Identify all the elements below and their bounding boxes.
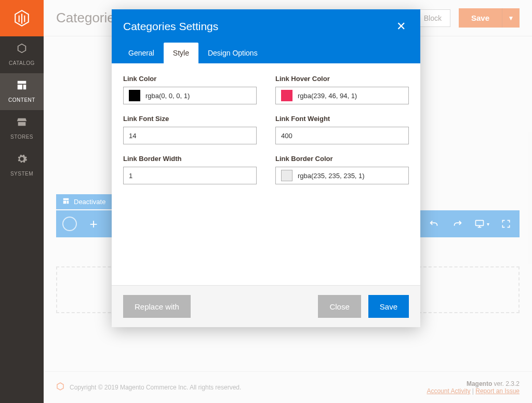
- sidebar-item-stores[interactable]: STORES: [0, 110, 44, 147]
- field-link-color: Link Color: [123, 75, 257, 104]
- store-icon: [0, 116, 44, 131]
- sidebar-item-system[interactable]: SYSTEM: [0, 147, 44, 184]
- tab-general[interactable]: General: [119, 43, 164, 63]
- magento-logo-icon: [13, 9, 31, 27]
- tab-design-options[interactable]: Design Options: [198, 43, 267, 63]
- field-label: Link Font Weight: [275, 115, 409, 123]
- link-color-value[interactable]: [145, 92, 251, 100]
- sidebar-item-label: CATALOG: [0, 60, 44, 66]
- layout-icon: [0, 79, 44, 94]
- color-input[interactable]: [275, 87, 409, 104]
- close-icon[interactable]: ✕: [393, 19, 409, 34]
- modal-title: Categories Settings: [123, 20, 393, 33]
- field-link-border-width: Link Border Width: [123, 155, 257, 184]
- sidebar-item-label: SYSTEM: [0, 171, 44, 177]
- sidebar-item-label: CONTENT: [0, 97, 44, 103]
- link-font-weight-value[interactable]: [281, 132, 403, 140]
- text-input[interactable]: [275, 127, 409, 144]
- sidebar-item-catalog[interactable]: CATALOG: [0, 36, 44, 73]
- link-hover-color-value[interactable]: [298, 92, 403, 100]
- magento-logo[interactable]: [0, 0, 44, 36]
- text-input[interactable]: [123, 167, 257, 184]
- replace-with-button[interactable]: Replace with: [123, 295, 191, 318]
- link-border-width-value[interactable]: [129, 172, 251, 180]
- sidebar-item-content[interactable]: CONTENT: [0, 73, 44, 110]
- color-input[interactable]: [275, 167, 409, 184]
- color-swatch[interactable]: [129, 90, 140, 101]
- text-input[interactable]: [123, 127, 257, 144]
- field-label: Link Color: [123, 75, 257, 83]
- field-label: Link Hover Color: [275, 75, 409, 83]
- admin-sidebar: CATALOG CONTENT STORES SYSTEM: [0, 0, 44, 403]
- field-label: Link Border Width: [123, 155, 257, 163]
- gear-icon: [0, 153, 44, 168]
- close-button[interactable]: Close: [318, 295, 361, 318]
- field-link-hover-color: Link Hover Color: [275, 75, 409, 104]
- field-label: Link Font Size: [123, 115, 257, 123]
- modal-body: Link Color Link Hover Color Link Font Si…: [112, 63, 420, 285]
- cube-icon: [0, 43, 44, 57]
- color-swatch[interactable]: [281, 170, 292, 181]
- field-link-border-color: Link Border Color: [275, 155, 409, 184]
- modal-header: Categories Settings ✕ General Style Desi…: [112, 9, 420, 63]
- color-input[interactable]: [123, 87, 257, 104]
- categories-settings-modal: Categories Settings ✕ General Style Desi…: [112, 9, 420, 327]
- field-link-font-weight: Link Font Weight: [275, 115, 409, 144]
- link-border-color-value[interactable]: [298, 172, 403, 180]
- link-font-size-value[interactable]: [129, 132, 251, 140]
- modal-tabs: General Style Design Options: [112, 36, 420, 63]
- save-button[interactable]: Save: [368, 295, 409, 318]
- modal-footer: Replace with Close Save: [112, 285, 420, 327]
- color-swatch[interactable]: [281, 90, 292, 101]
- tab-style[interactable]: Style: [164, 43, 198, 63]
- field-link-font-size: Link Font Size: [123, 115, 257, 144]
- field-label: Link Border Color: [275, 155, 409, 163]
- sidebar-item-label: STORES: [0, 134, 44, 140]
